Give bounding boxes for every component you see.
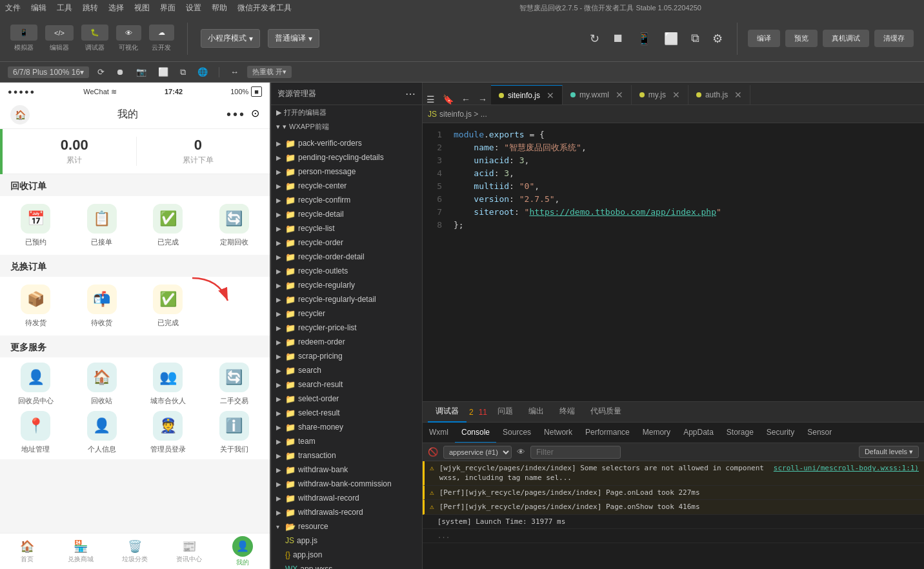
folder-person-message[interactable]: ▶ 📁 person-message	[271, 165, 422, 179]
toolbar2-icon5[interactable]: ⧉	[177, 66, 189, 79]
service-profile[interactable]: 👤 个人信息	[72, 411, 133, 454]
folder-resource[interactable]: ▾ 📂 resource	[271, 519, 422, 534]
sidebar-toggle-btn[interactable]: ☰	[423, 94, 439, 105]
clear-console-btn[interactable]: 🚫	[428, 447, 438, 457]
inner-tab-security[interactable]: Security	[760, 423, 801, 443]
devtool-tab-issues[interactable]: 问题	[490, 402, 521, 423]
folder-recycle-detail[interactable]: ▶ 📁 recycle-detail	[271, 207, 422, 221]
visualize-btn[interactable]: 👁	[116, 25, 141, 41]
service-city-partner[interactable]: 👥 城市合伙人	[137, 363, 199, 406]
service-secondhand[interactable]: 🔄 二手交易	[204, 363, 265, 406]
simulator-btn[interactable]: 📱	[10, 25, 37, 41]
nav-mine[interactable]: 👤 我的	[216, 534, 270, 569]
opened-editors-header[interactable]: ▶ 打开的编辑器	[271, 105, 422, 119]
folder-team[interactable]: ▶ 📁 team	[271, 434, 422, 448]
nav-classify[interactable]: 🗑️ 垃圾分类	[108, 534, 162, 569]
folder-recycle-order-detail[interactable]: ▶ 📁 recycle-order-detail	[271, 250, 422, 264]
refresh-btn[interactable]: ↻	[586, 29, 603, 48]
debugger-btn[interactable]: 🐛	[81, 25, 108, 41]
inner-tab-network[interactable]: Network	[537, 423, 579, 443]
miniprogram-mode-btn[interactable]: 小程序模式 ▾	[201, 29, 260, 48]
screenshot-btn[interactable]: ⬜	[660, 29, 682, 48]
menu-settings[interactable]: 设置	[186, 3, 201, 14]
inner-tab-storage[interactable]: Storage	[720, 423, 760, 443]
folder-recycle-regularly[interactable]: ▶ 📁 recycle-regularly	[271, 278, 422, 292]
folder-select-order[interactable]: ▶ 📁 select-order	[271, 392, 422, 406]
service-recycle-station[interactable]: 🏠 回收站	[72, 363, 133, 406]
tab-close-icon[interactable]: ✕	[547, 90, 554, 101]
wxapp-section-header[interactable]: ▾ ▾ WXAPP前端	[271, 119, 422, 134]
home-button[interactable]: 🏠	[10, 105, 30, 125]
tab-auth-js[interactable]: auth.js ✕	[688, 85, 750, 105]
inner-tab-sources[interactable]: Sources	[496, 423, 537, 443]
folder-withdraw-bank[interactable]: ▶ 📁 withdraw-bank	[271, 463, 422, 477]
real-debug-btn[interactable]: 真机调试	[823, 30, 869, 47]
tab-my-js[interactable]: my.js ✕	[632, 85, 688, 105]
service-about[interactable]: ℹ️ 关于我们	[204, 411, 265, 454]
toolbar2-icon3[interactable]: 📷	[133, 66, 150, 78]
folder-withdrawals-record[interactable]: ▶ 📁 withdrawals-record	[271, 505, 422, 519]
folder-recycle-center[interactable]: ▶ 📁 recycle-center	[271, 179, 422, 193]
service-address[interactable]: 📍 地址管理	[5, 411, 66, 454]
inner-tab-performance[interactable]: Performance	[579, 423, 636, 443]
exchange-pending-receive[interactable]: 📬 待收货	[72, 284, 133, 328]
inner-tab-appdata[interactable]: AppData	[677, 423, 720, 443]
service-admin-login[interactable]: 👮 管理员登录	[137, 411, 199, 454]
console-filter-input[interactable]	[530, 446, 621, 459]
inner-tab-memory[interactable]: Memory	[636, 423, 677, 443]
tab-siteinfo-js[interactable]: siteinfo.js ✕	[491, 85, 563, 105]
eye-icon-btn[interactable]: 👁	[517, 447, 525, 457]
tree-menu-icon[interactable]: ⋯	[405, 88, 416, 100]
compile-mode-btn[interactable]: 普通编译 ▾	[268, 29, 319, 48]
menu-edit[interactable]: 编辑	[31, 3, 46, 14]
folder-transaction[interactable]: ▶ 📁 transaction	[271, 448, 422, 463]
folder-recycle-list[interactable]: ▶ 📁 recycle-list	[271, 221, 422, 235]
folder-recycle-regularly-detail[interactable]: ▶ 📁 recycle-regularly-detail	[271, 292, 422, 306]
more-dots[interactable]: •••	[226, 107, 246, 122]
devtool-tab-debugger[interactable]: 调试器	[428, 402, 467, 423]
menu-select[interactable]: 选择	[108, 3, 124, 14]
inner-tab-sensor[interactable]: Sensor	[801, 423, 838, 443]
tab-myjs-close[interactable]: ✕	[672, 90, 680, 100]
folder-recycler[interactable]: ▶ 📁 recycler	[271, 306, 422, 321]
folder-recycle-order[interactable]: ▶ 📁 recycle-order	[271, 235, 422, 250]
console-output[interactable]: ⚠ [wjyk_recycle/pages/index/index] Some …	[423, 461, 924, 569]
order-completed[interactable]: ✅ 已完成	[137, 204, 199, 247]
phone-scroll-area[interactable]: 0.00 累计 0 累计下单 回收订单 📅 已预约	[0, 129, 270, 533]
stop-btn[interactable]: ⏹	[608, 29, 628, 48]
preview-btn[interactable]: 预览	[785, 30, 818, 47]
order-periodic[interactable]: 🔄 定期回收	[204, 204, 265, 247]
nav-exchange[interactable]: 🏪 兑换商城	[54, 534, 108, 569]
folder-withdraw-bank-commission[interactable]: ▶ 📁 withdraw-bank-commission	[271, 477, 422, 491]
folder-recycle-outlets[interactable]: ▶ 📁 recycle-outlets	[271, 264, 422, 278]
clear-save-btn[interactable]: 清缓存	[874, 30, 914, 47]
menu-goto[interactable]: 跳转	[83, 3, 98, 14]
bookmark-btn[interactable]: 🔖	[439, 94, 457, 105]
tab-authjs-close[interactable]: ✕	[734, 90, 742, 100]
folder-scrap-pricing[interactable]: ▶ 📁 scrap-pricing	[271, 349, 422, 363]
code-content[interactable]: module.exports = { name: "智慧废品回收系统", uni…	[448, 123, 924, 401]
folder-recycle-confirm[interactable]: ▶ 📁 recycle-confirm	[271, 193, 422, 207]
zoom-level[interactable]: 6/7/8 Plus 100% 16▾	[8, 66, 89, 78]
file-app-js[interactable]: JS app.js	[271, 534, 422, 548]
file-tree-body[interactable]: ▶ 打开的编辑器 ▾ ▾ WXAPP前端 ▶ 📁 pack-verific-or…	[271, 105, 422, 569]
menu-file[interactable]: 文件	[5, 3, 21, 14]
devtool-tab-output[interactable]: 编出	[521, 402, 552, 423]
menu-interface[interactable]: 界面	[160, 3, 176, 14]
order-accepted[interactable]: 📋 已接单	[72, 204, 133, 247]
toolbar2-icon1[interactable]: ⟳	[94, 66, 108, 78]
folder-pack-verific-orders[interactable]: ▶ 📁 pack-verific-orders	[271, 136, 422, 150]
service-recycler-center[interactable]: 👤 回收员中心	[5, 363, 66, 406]
menu-tools[interactable]: 工具	[57, 3, 72, 14]
order-booked[interactable]: 📅 已预约	[5, 204, 66, 247]
devtool-tab-quality[interactable]: 代码质量	[583, 402, 629, 423]
nav-news[interactable]: 📰 资讯中心	[162, 534, 216, 569]
back-btn[interactable]: ←	[457, 94, 474, 105]
file-app-json[interactable]: {} app.json	[271, 548, 422, 562]
folder-pending-recycling[interactable]: ▶ 📁 pending-recycling-details	[271, 150, 422, 165]
inner-tab-console[interactable]: Console	[455, 423, 496, 443]
device-btn[interactable]: 📱	[633, 29, 655, 48]
code-editor-area[interactable]: 1 2 3 4 5 6 7 8 module.exports = { name:…	[423, 123, 924, 401]
compile-btn[interactable]: 编译	[748, 30, 780, 47]
exchange-pending-ship[interactable]: 📦 待发货	[5, 284, 66, 328]
